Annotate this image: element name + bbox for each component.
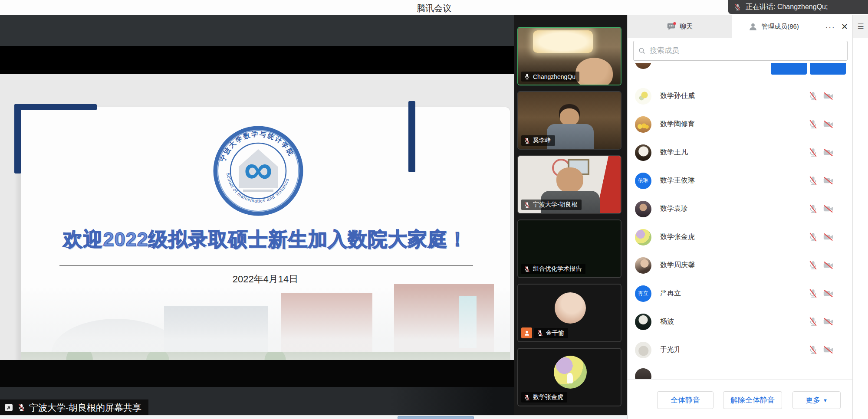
participant-name: 奚李峰 <box>533 137 551 144</box>
person-icon <box>748 22 758 32</box>
camera-muted-icon[interactable] <box>822 90 834 102</box>
tab-chat-label: 聊天 <box>680 23 693 31</box>
tab-manage-members[interactable]: 管理成员(86) ··· ✕ <box>732 15 852 38</box>
member-name: 数学袁珍 <box>660 204 808 213</box>
member-name: 数学王凡 <box>660 148 808 157</box>
avatar-initials: 依琳 <box>638 177 648 184</box>
camera-muted-icon[interactable] <box>822 344 834 356</box>
video-tile[interactable]: 数学张金虎 <box>517 348 621 406</box>
mic-muted-icon[interactable] <box>808 147 819 158</box>
avatar: 依琳 <box>635 173 651 189</box>
avatar <box>635 144 651 161</box>
member-row[interactable]: 数学周庆馨 <box>628 251 852 279</box>
participant-name: 数学张金虎 <box>533 393 563 401</box>
search-icon <box>638 47 646 55</box>
avatar <box>635 257 651 274</box>
video-tile[interactable]: 金千愉 <box>517 284 621 342</box>
tencent-meeting-window: 腾讯会议 正在讲话: ChangzhengQu; <box>0 0 868 419</box>
speaking-indicator: 正在讲话: ChangzhengQu; <box>728 0 868 14</box>
avatar <box>635 201 651 217</box>
slide-divider <box>59 265 473 266</box>
slide-corner-accent <box>408 101 415 172</box>
presentation-slide-region: 宁波大学数学与统计学院 School of mathematics and st… <box>0 74 514 360</box>
member-name: 数学孙佳威 <box>660 92 808 101</box>
panel-more-button[interactable]: ··· <box>825 25 835 29</box>
partially-scrolled-member-row <box>628 63 852 82</box>
camera-muted-icon[interactable] <box>822 259 834 271</box>
member-name: 杨波 <box>660 317 808 326</box>
member-name: 严再立 <box>660 289 808 298</box>
member-row[interactable]: 于光升 <box>628 336 852 364</box>
video-tile[interactable]: 宁波大学-胡良根 <box>517 155 621 214</box>
unmute-all-button[interactable]: 解除全体静音 <box>723 391 782 409</box>
participant-name: ChangzhengQu <box>533 73 575 80</box>
mic-muted-icon[interactable] <box>808 344 819 355</box>
participant-name: 金千愉 <box>546 329 564 337</box>
member-row[interactable]: 再立 严再立 <box>628 279 852 308</box>
member-row[interactable]: 杨波 <box>628 308 852 336</box>
tab-chat[interactable]: 聊天 <box>628 15 732 38</box>
tab-members-label: 管理成员(86) <box>761 23 799 31</box>
shared-screen-letterbox-bottom <box>0 360 514 387</box>
screen-share-status-label: 宁波大学-胡良根的屏幕共享 <box>0 399 148 416</box>
horizontal-scrollbar[interactable] <box>398 416 474 419</box>
mic-icon <box>523 394 531 401</box>
video-tile[interactable]: 组合优化学术报告 <box>517 219 621 278</box>
avatar-initials: 再立 <box>638 290 648 297</box>
member-name: 数学周庆馨 <box>660 261 808 270</box>
member-row[interactable]: 数学袁珍 <box>628 195 852 223</box>
mic-muted-icon[interactable] <box>808 316 819 327</box>
shared-screen-chrome <box>0 15 514 46</box>
camera-muted-icon[interactable] <box>822 175 834 187</box>
member-row[interactable]: 数学王凡 <box>628 138 852 167</box>
camera-muted-icon[interactable] <box>822 288 834 299</box>
video-tile[interactable]: 奚李峰 <box>517 91 621 150</box>
panel-footer: 全体静音 解除全体静音 更多 ▼ <box>628 379 852 419</box>
mic-muted-icon[interactable] <box>808 232 819 242</box>
member-row[interactable]: 数学张金虎 <box>628 223 852 251</box>
slide-corner-accent <box>14 104 97 110</box>
slide-corner-accent <box>14 104 21 173</box>
school-logo: 宁波大学数学与统计学院 School of mathematics and st… <box>213 125 304 216</box>
camera-muted-icon[interactable] <box>822 147 834 158</box>
member-name: 数学张金虎 <box>660 232 808 242</box>
mic-icon <box>523 265 531 273</box>
camera-muted-icon[interactable] <box>822 316 834 327</box>
chevron-down-icon: ▼ <box>823 398 828 403</box>
avatar <box>635 116 651 133</box>
mic-icon <box>523 201 531 209</box>
member-row[interactable]: 数学孙佳威 <box>628 82 852 110</box>
mic-muted-icon[interactable] <box>808 119 819 130</box>
panel-menu-button[interactable]: ☰ <box>853 15 868 38</box>
underlying-window-edge <box>0 415 627 419</box>
slide-card: 宁波大学数学与统计学院 School of mathematics and st… <box>21 107 510 360</box>
partial-action-button[interactable] <box>810 63 846 75</box>
avatar <box>635 88 651 105</box>
mic-muted-icon <box>733 3 742 11</box>
member-search-box[interactable] <box>633 41 848 61</box>
member-list[interactable]: 数学孙佳威 数学陶修育 <box>628 63 852 379</box>
mic-muted-icon[interactable] <box>808 203 819 214</box>
member-name: 数学陶修育 <box>660 120 808 129</box>
mic-muted-icon[interactable] <box>808 91 819 101</box>
member-row[interactable]: 数学陶修育 <box>628 110 852 138</box>
screen-share-icon <box>3 403 14 413</box>
member-name: 数学王依琳 <box>660 176 808 185</box>
video-tile[interactable]: ChangzhengQu <box>517 27 621 85</box>
mute-all-button[interactable]: 全体静音 <box>657 391 713 409</box>
camera-muted-icon[interactable] <box>822 231 834 243</box>
member-panel: 聊天 管理成员(86) ··· ✕ ☰ <box>627 15 868 419</box>
camera-muted-icon[interactable] <box>822 203 834 215</box>
member-search-input[interactable] <box>649 46 843 56</box>
panel-tabbar: 聊天 管理成员(86) ··· ✕ <box>628 15 852 38</box>
camera-muted-icon[interactable] <box>822 118 834 130</box>
member-row[interactable]: 依琳 数学王依琳 <box>628 167 852 195</box>
mic-muted-icon[interactable] <box>808 260 819 271</box>
mic-muted-icon[interactable] <box>808 288 819 299</box>
slide-title: 欢迎2022级拟录取硕士新生加入数院大家庭！ <box>26 226 505 252</box>
mic-muted-icon[interactable] <box>808 175 819 186</box>
mic-icon <box>523 73 531 80</box>
panel-close-button[interactable]: ✕ <box>841 22 848 32</box>
more-actions-button[interactable]: 更多 ▼ <box>792 391 841 409</box>
partial-action-button[interactable] <box>771 63 807 75</box>
